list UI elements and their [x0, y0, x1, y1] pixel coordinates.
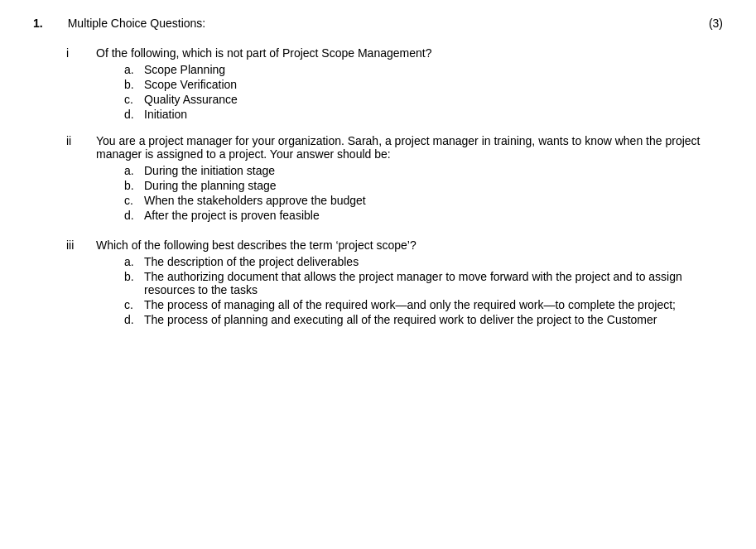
- option-iii-a-text: The description of the project deliverab…: [144, 255, 359, 268]
- marks: (3): [709, 17, 723, 30]
- option-i-d-label: d.: [124, 108, 137, 121]
- option-i-c-label: c.: [124, 93, 137, 106]
- question-label: Multiple Choice Questions:: [68, 17, 206, 30]
- option-i-a: a. Scope Planning: [124, 63, 723, 76]
- option-i-c-text: Quality Assurance: [144, 93, 238, 106]
- option-i-d: d. Initiation: [124, 108, 723, 121]
- question-iii-block: iii Which of the following best describe…: [33, 238, 723, 326]
- option-ii-d: d. After the project is proven feasible: [124, 209, 723, 222]
- question-ii-roman: ii: [33, 134, 83, 161]
- option-ii-d-text: After the project is proven feasible: [144, 209, 320, 222]
- option-iii-d-text: The process of planning and executing al…: [144, 313, 657, 326]
- option-i-b-label: b.: [124, 78, 137, 91]
- option-ii-b-label: b.: [124, 179, 137, 192]
- option-iii-c-text: The process of managing all of the requi…: [144, 298, 676, 311]
- option-iii-d-label: d.: [124, 313, 137, 326]
- option-ii-c-label: c.: [124, 194, 137, 207]
- option-ii-b: b. During the planning stage: [124, 179, 723, 192]
- question-i-block: i Of the following, which is not part of…: [33, 46, 723, 121]
- option-ii-a-label: a.: [124, 164, 137, 177]
- question-ii-intro: ii You are a project manager for your or…: [33, 134, 723, 161]
- option-iii-b-text: The authorizing document that allows the…: [144, 270, 723, 296]
- option-ii-c: c. When the stakeholders approve the bud…: [124, 194, 723, 207]
- question-i-roman: i: [33, 46, 83, 60]
- option-ii-b-text: During the planning stage: [144, 179, 277, 192]
- option-iii-c-label: c.: [124, 298, 137, 311]
- option-i-d-text: Initiation: [144, 108, 187, 121]
- option-ii-a-text: During the initiation stage: [144, 164, 275, 177]
- option-iii-c: c. The process of managing all of the re…: [124, 298, 723, 311]
- question-ii-options: a. During the initiation stage b. During…: [33, 164, 723, 222]
- option-i-a-label: a.: [124, 63, 137, 76]
- option-i-a-text: Scope Planning: [144, 63, 225, 76]
- page-container: 1. Multiple Choice Questions: (3) i Of t…: [33, 17, 723, 326]
- option-iii-b: b. The authorizing document that allows …: [124, 270, 723, 296]
- question-iii-intro: iii Which of the following best describe…: [33, 238, 723, 252]
- question-i-intro: i Of the following, which is not part of…: [33, 46, 723, 60]
- option-iii-a: a. The description of the project delive…: [124, 255, 723, 268]
- option-ii-a: a. During the initiation stage: [124, 164, 723, 177]
- header-left: 1. Multiple Choice Questions:: [33, 17, 205, 30]
- option-iii-d: d. The process of planning and executing…: [124, 313, 723, 326]
- option-i-b-text: Scope Verification: [144, 78, 237, 91]
- header-row: 1. Multiple Choice Questions: (3): [33, 17, 723, 30]
- option-ii-d-label: d.: [124, 209, 137, 222]
- option-ii-c-text: When the stakeholders approve the budget: [144, 194, 366, 207]
- question-iii-text: Which of the following best describes th…: [96, 238, 723, 252]
- option-iii-a-label: a.: [124, 255, 137, 268]
- question-ii-block: ii You are a project manager for your or…: [33, 134, 723, 222]
- question-iii-roman: iii: [33, 238, 83, 252]
- option-iii-b-label: b.: [124, 270, 137, 296]
- option-i-b: b. Scope Verification: [124, 78, 723, 91]
- option-i-c: c. Quality Assurance: [124, 93, 723, 106]
- question-iii-options: a. The description of the project delive…: [33, 255, 723, 326]
- question-i-text: Of the following, which is not part of P…: [96, 46, 723, 60]
- question-ii-text: You are a project manager for your organ…: [96, 134, 723, 161]
- question-number: 1.: [33, 17, 43, 30]
- question-i-options: a. Scope Planning b. Scope Verification …: [33, 63, 723, 121]
